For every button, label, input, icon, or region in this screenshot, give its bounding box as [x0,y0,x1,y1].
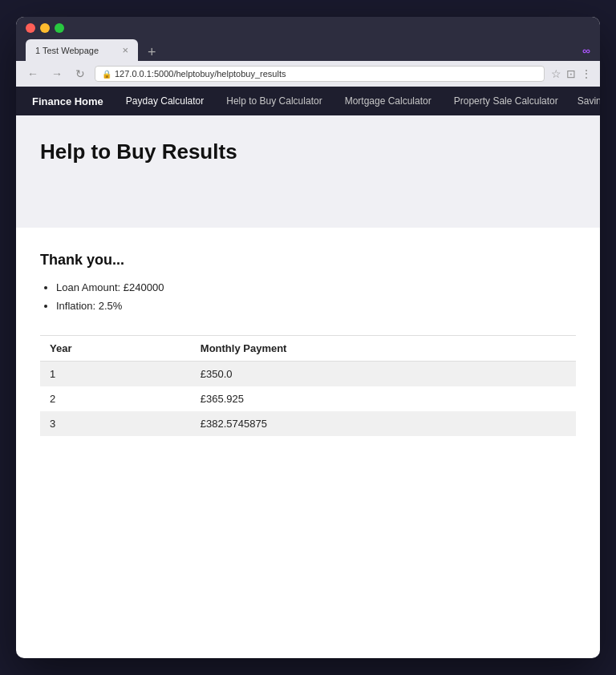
table-row: 3£382.5745875 [40,411,576,436]
toolbar-right: ☆ ⊡ ⋮ [551,67,592,80]
summary-list: Loan Amount: £240000 Inflation: 2.5% [40,278,576,316]
main-content: Thank you... Loan Amount: £240000 Inflat… [16,228,600,629]
browser-window: 1 Test Webpage × + ∞ ← → ↻ 🔒 127.0.0.1:5… [16,17,600,658]
browser-chrome: 1 Test Webpage × + ∞ [16,17,600,61]
cell-payment: £365.925 [191,386,576,411]
new-tab-button[interactable]: + [141,45,163,59]
loan-amount-item: Loan Amount: £240000 [56,278,576,297]
infinity-icon: ∞ [582,44,590,57]
browser-tabs: 1 Test Webpage × + ∞ [26,39,590,61]
address-bar[interactable]: 🔒 127.0.0.1:5000/helptobuy/helptobuy_res… [95,66,545,82]
maximize-button[interactable] [55,23,64,33]
inflation-item: Inflation: 2.5% [56,297,576,315]
nav-payday-calculator[interactable]: Payday Calculator [123,89,207,113]
cell-payment: £382.5745875 [191,411,576,436]
cell-year: 1 [40,361,191,386]
active-tab[interactable]: 1 Test Webpage × [26,39,138,61]
lock-icon: 🔒 [102,70,111,79]
minimize-button[interactable] [40,23,50,33]
page-header: Help to Buy Results [16,115,600,228]
cell-payment: £350.0 [191,361,576,386]
nav-brand[interactable]: Finance Home [29,89,107,114]
extensions-icon[interactable]: ⊡ [566,67,576,80]
thank-you-heading: Thank you... [40,252,576,269]
close-button[interactable] [26,23,35,33]
browser-toolbar: ← → ↻ 🔒 127.0.0.1:5000/helptobuy/helptob… [16,61,600,87]
table-row: 1£350.0 [40,361,576,386]
results-table: Year Monthly Payment 1£350.02£365.9253£3… [40,335,576,436]
page-title: Help to Buy Results [40,139,576,164]
forward-button[interactable]: → [48,66,66,82]
nav-propertysale-calculator[interactable]: Property Sale Calculator [451,89,561,113]
traffic-lights [26,23,590,33]
cell-year: 2 [40,386,191,411]
menu-icon[interactable]: ⋮ [581,67,592,80]
star-icon[interactable]: ☆ [551,67,561,80]
tab-close-button[interactable]: × [122,44,128,56]
nav-helptobuy-calculator[interactable]: Help to Buy Calculator [223,89,325,113]
tab-label: 1 Test Webpage [35,46,99,55]
col-year-header: Year [40,335,191,361]
url-text: 127.0.0.1:5000/helptobuy/helptobuy_resul… [115,69,286,79]
refresh-button[interactable]: ↻ [72,66,88,82]
nav-savings-dropdown[interactable]: Savings ▾ [578,95,600,107]
savings-label: Savings [578,95,600,107]
cell-year: 3 [40,411,191,436]
table-row: 2£365.925 [40,386,576,411]
back-button[interactable]: ← [24,66,42,82]
col-payment-header: Monthly Payment [191,335,576,361]
site-navigation: Finance Home Payday Calculator Help to B… [16,87,600,115]
table-header-row: Year Monthly Payment [40,335,576,361]
nav-mortgage-calculator[interactable]: Mortgage Calculator [342,89,435,113]
